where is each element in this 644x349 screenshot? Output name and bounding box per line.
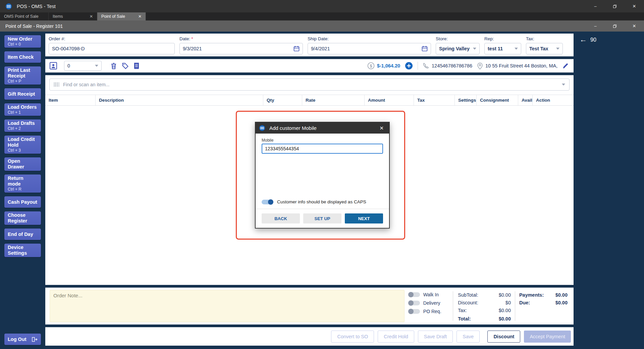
tab-close-icon[interactable]: ✕ xyxy=(85,14,93,19)
order-note-input[interactable] xyxy=(50,290,405,322)
payments-label: Payments: xyxy=(519,292,544,298)
ship-date-input[interactable] xyxy=(311,46,422,51)
add-customer-mobile-dialog: Add customer Mobile ✕ Mobile Customer in… xyxy=(255,122,390,229)
store-select[interactable]: Spring Valley xyxy=(436,43,480,54)
column-header-amount[interactable]: Amount xyxy=(365,95,414,105)
sidebar-button-load-orders[interactable]: Load Orders Ctrl + 1 xyxy=(4,103,41,116)
set-up-button[interactable]: SET UP xyxy=(303,213,341,223)
register-titlebar: Point of Sale - Register 101 – ✕ xyxy=(0,20,644,32)
sidebar-button-return-mode[interactable]: Return mode Ctrl + R xyxy=(4,174,41,193)
sidebar-button-load-drafts[interactable]: Load Drafts Ctrl + 2 xyxy=(4,119,41,132)
close-icon[interactable]: ✕ xyxy=(625,0,644,12)
column-header-action[interactable]: Action xyxy=(533,95,574,105)
sidebar: New Order Ctrl + 0 Item Check Print Last… xyxy=(0,32,45,349)
sidebar-button-device-settings[interactable]: Device Settings xyxy=(4,244,41,257)
dialog-close-icon[interactable]: ✕ xyxy=(377,125,386,131)
sidebar-button-open-drawer[interactable]: Open Drawer xyxy=(4,157,41,171)
customer-toolbar: 0 $ $-1,064.20 xyxy=(45,59,574,72)
next-button[interactable]: NEXT xyxy=(345,213,383,223)
column-header-avail[interactable]: Avail xyxy=(518,95,533,105)
back-arrow-icon[interactable]: ← xyxy=(580,36,587,43)
button-label: Item Check xyxy=(8,54,38,60)
tag-icon[interactable] xyxy=(122,62,129,69)
tab-point-of-sale[interactable]: Point of Sale ✕ xyxy=(97,12,146,20)
button-shortcut: Ctrl + 0 xyxy=(8,42,38,47)
item-search-input[interactable] xyxy=(63,82,556,87)
sidebar-button-new-order[interactable]: New Order Ctrl + 0 xyxy=(4,35,41,48)
order-number-input[interactable] xyxy=(52,46,171,51)
sidebar-button-choose-register[interactable]: Choose Register xyxy=(4,211,41,225)
date-input[interactable] xyxy=(183,46,293,51)
dialog-titlebar: Add customer Mobile ✕ xyxy=(256,122,389,134)
accept-payment-button[interactable]: Accept Payment xyxy=(524,331,571,343)
restore-icon[interactable] xyxy=(605,0,625,12)
items-table-header: Item Description Qty Rate Amount Tax Set… xyxy=(45,95,574,106)
tax-select[interactable]: Test Tax xyxy=(526,43,563,54)
ship-date-field[interactable] xyxy=(308,43,431,54)
column-header-settings[interactable]: Settings xyxy=(455,95,477,105)
credit-hold-button[interactable]: Credit Hold xyxy=(378,331,414,343)
barcode-icon xyxy=(54,82,60,87)
convert-to-so-button[interactable]: Convert to SO xyxy=(331,331,374,343)
mobile-input[interactable] xyxy=(262,144,383,154)
column-header-rate[interactable]: Rate xyxy=(302,95,365,105)
back-button[interactable]: BACK xyxy=(262,213,300,223)
chevron-down-icon[interactable] xyxy=(562,84,565,86)
tab-close-icon[interactable]: ✕ xyxy=(133,14,142,19)
customer-phone: 124546786786786 xyxy=(423,62,472,69)
rep-select[interactable]: test 11 xyxy=(484,43,521,54)
sidebar-button-print-last-receipt[interactable]: Print Last Receipt Ctrl + P xyxy=(4,66,41,85)
total-value: $0.00 xyxy=(499,316,511,322)
minimize-icon[interactable]: – xyxy=(586,20,605,32)
app-logo-icon xyxy=(259,125,265,131)
totals-block: SubTotal:$0.00 Discount:$0 Tax:$0.00 Tot… xyxy=(453,290,515,322)
column-header-description[interactable]: Description xyxy=(96,95,263,105)
item-search-box[interactable] xyxy=(49,79,570,91)
receipt-icon[interactable] xyxy=(133,62,140,69)
due-label: Due: xyxy=(519,300,530,306)
restore-icon[interactable] xyxy=(605,20,625,32)
edit-pencil-icon[interactable] xyxy=(562,62,569,69)
button-label: Open Drawer xyxy=(8,158,38,170)
tab-oms-point-of-sale[interactable]: OMS Point of Sale xyxy=(0,12,49,20)
date-field[interactable] xyxy=(179,43,303,54)
order-footer: Walk In Delivery PO Req. SubTotal:$0.00 … xyxy=(45,288,574,325)
minimize-icon[interactable]: – xyxy=(586,0,605,12)
register-title: Point of Sale - Register 101 xyxy=(5,23,63,29)
delivery-toggle[interactable] xyxy=(409,301,420,305)
button-shortcut: Ctrl + 2 xyxy=(8,126,38,131)
caps-toggle[interactable] xyxy=(262,200,273,204)
delete-icon[interactable] xyxy=(110,62,117,69)
column-header-tax[interactable]: Tax xyxy=(414,95,455,105)
discount-button[interactable]: Discount xyxy=(487,331,520,343)
sidebar-button-item-check[interactable]: Item Check xyxy=(4,51,41,63)
tax-total-label: Tax: xyxy=(458,307,467,313)
add-balance-icon[interactable] xyxy=(405,62,413,70)
customer-count-select[interactable]: 0 xyxy=(64,61,102,71)
sidebar-button-cash-payout[interactable]: Cash Payout xyxy=(4,196,41,208)
sidebar-button-load-credit-hold[interactable]: Load Credit Hold Ctrl + 3 xyxy=(4,136,41,154)
logout-button[interactable]: Log Out xyxy=(4,334,41,345)
caps-toggle-label: Customer info should be displayed as CAP… xyxy=(277,199,366,204)
order-number-field[interactable] xyxy=(49,43,175,54)
close-icon[interactable]: ✕ xyxy=(625,20,644,32)
discount-value: $0 xyxy=(505,300,511,306)
column-header-qty[interactable]: Qty xyxy=(263,95,302,105)
walk-in-toggle[interactable] xyxy=(409,292,420,297)
sidebar-button-end-of-day[interactable]: End of Day xyxy=(4,229,41,240)
calendar-icon[interactable] xyxy=(422,46,428,52)
sidebar-button-gift-receipt[interactable]: Gift Receipt xyxy=(4,88,41,100)
calendar-icon[interactable] xyxy=(293,46,300,52)
column-header-item[interactable]: Item xyxy=(45,95,96,105)
button-shortcut: Ctrl + P xyxy=(8,79,38,84)
tab-strip: OMS Point of Sale Items ✕ Point of Sale … xyxy=(0,12,644,20)
save-button[interactable]: Save xyxy=(457,331,480,343)
save-draft-button[interactable]: Save Draft xyxy=(418,331,453,343)
po-req-toggle[interactable] xyxy=(409,309,420,314)
chevron-down-icon xyxy=(556,48,559,50)
tab-label: OMS Point of Sale xyxy=(4,14,39,19)
customer-card-icon[interactable] xyxy=(49,62,57,70)
column-header-consignment[interactable]: Consignment xyxy=(477,95,518,105)
tab-items[interactable]: Items ✕ xyxy=(49,12,97,20)
button-shortcut: Ctrl + R xyxy=(8,187,38,192)
